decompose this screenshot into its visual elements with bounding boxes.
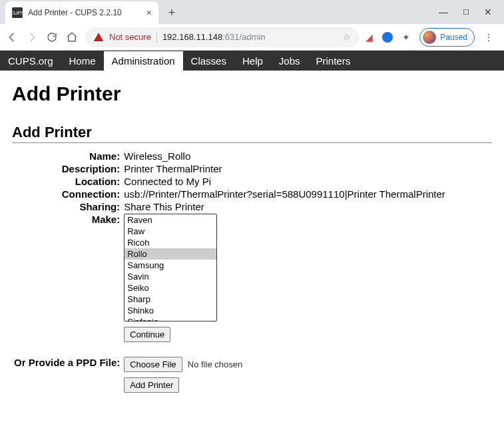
favicon: CUPS	[12, 7, 23, 18]
printer-form: Name: Wireless_Rollo Description: Printe…	[12, 150, 447, 393]
make-option-shinko[interactable]: Shinko	[125, 305, 216, 316]
section-heading: Add Printer	[12, 124, 492, 143]
back-icon[interactable]	[5, 31, 19, 44]
label-name: Name:	[12, 150, 122, 162]
value-location: Connected to My Pi	[122, 175, 447, 188]
not-secure-label: Not secure	[109, 32, 151, 42]
tab-close-icon[interactable]: ×	[146, 7, 152, 18]
window-controls: — ☐ ✕	[439, 0, 504, 24]
value-name: Wireless_Rollo	[122, 150, 447, 162]
reload-icon[interactable]	[45, 31, 59, 44]
no-file-chosen-label: No file chosen	[188, 359, 242, 369]
star-icon[interactable]: ☆	[343, 32, 351, 42]
make-option-ricoh[interactable]: Ricoh	[125, 237, 216, 248]
make-option-rollo[interactable]: Rollo	[125, 248, 216, 260]
make-option-raven[interactable]: Raven	[125, 214, 216, 226]
label-ppd: Or Provide a PPD File:	[12, 356, 122, 373]
nav-item-cups-org[interactable]: CUPS.org	[0, 51, 61, 71]
make-option-raw[interactable]: Raw	[125, 226, 216, 237]
add-printer-button[interactable]: Add Printer	[124, 377, 179, 393]
label-sharing: Sharing:	[12, 200, 122, 213]
avatar	[423, 31, 436, 44]
continue-button[interactable]: Continue	[124, 327, 170, 342]
label-connection: Connection:	[12, 188, 122, 200]
browser-titlebar: CUPS Add Printer - CUPS 2.2.10 × + — ☐ ✕	[0, 0, 504, 24]
nav-item-administration[interactable]: Administration	[104, 51, 183, 71]
url-text: 192.168.11.148:631/admin	[162, 32, 338, 42]
nav-item-printers[interactable]: Printers	[308, 51, 359, 71]
window-maximize-icon[interactable]: ☐	[463, 8, 469, 17]
page-title: Add Printer	[12, 83, 492, 105]
make-option-sharp[interactable]: Sharp	[125, 294, 216, 305]
browser-toolbar: Not secure 192.168.11.148:631/admin ☆ ◢ …	[0, 24, 504, 51]
new-tab-button[interactable]: +	[162, 3, 181, 22]
paused-label: Paused	[440, 33, 467, 42]
extension-icon-1[interactable]: ◢	[366, 32, 373, 43]
extensions-icon[interactable]: ✦	[402, 32, 410, 43]
browser-tab[interactable]: CUPS Add Printer - CUPS 2.2.10 ×	[5, 1, 158, 24]
choose-file-button[interactable]: Choose File	[124, 357, 182, 372]
make-option-sinfonia[interactable]: Sinfonia	[125, 316, 216, 321]
make-option-savin[interactable]: Savin	[125, 271, 216, 282]
value-connection: usb://Printer/ThermalPrinter?serial=588U…	[122, 188, 447, 200]
toolbar-actions: ◢ ✦ Paused ⋮	[366, 28, 499, 47]
value-sharing: Share This Printer	[122, 200, 447, 213]
label-make: Make:	[12, 213, 122, 322]
value-description: Printer ThermalPrinter	[122, 162, 447, 175]
make-option-samsung[interactable]: Samsung	[125, 260, 216, 271]
page-content: Add Printer Add Printer Name: Wireless_R…	[0, 71, 504, 393]
forward-icon[interactable]	[25, 31, 39, 44]
nav-item-home[interactable]: Home	[61, 51, 104, 71]
address-bar[interactable]: Not secure 192.168.11.148:631/admin ☆	[85, 27, 359, 47]
nav-item-jobs[interactable]: Jobs	[271, 51, 308, 71]
warning-icon	[93, 32, 104, 43]
nav-item-help[interactable]: Help	[234, 51, 271, 71]
profile-paused-chip[interactable]: Paused	[419, 28, 475, 47]
cups-nav: CUPS.orgHomeAdministrationClassesHelpJob…	[0, 51, 504, 71]
make-option-seiko[interactable]: Seiko	[125, 282, 216, 294]
tab-title: Add Printer - CUPS 2.2.10	[28, 8, 141, 17]
extension-icon-2[interactable]	[382, 32, 393, 43]
addr-divider	[156, 32, 157, 43]
label-description: Description:	[12, 162, 122, 175]
make-select[interactable]: RavenRawRicohRolloSamsungSavinSeikoSharp…	[124, 214, 217, 321]
home-icon[interactable]	[65, 31, 79, 44]
window-minimize-icon[interactable]: —	[439, 7, 448, 17]
window-close-icon[interactable]: ✕	[484, 7, 492, 17]
menu-icon[interactable]: ⋮	[484, 32, 493, 43]
nav-item-classes[interactable]: Classes	[183, 51, 234, 71]
label-location: Location:	[12, 175, 122, 188]
